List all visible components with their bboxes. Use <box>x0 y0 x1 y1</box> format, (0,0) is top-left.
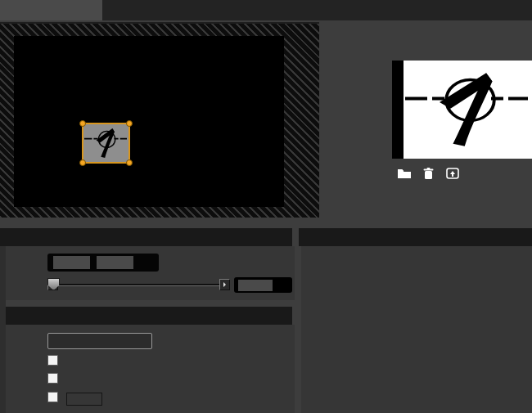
top-bar <box>0 0 532 20</box>
rotate-dropdown[interactable] <box>47 333 152 349</box>
resize-handle-top-left[interactable] <box>79 120 86 127</box>
resize-handle-bottom-left[interactable] <box>79 159 86 166</box>
adjustments-panel <box>301 246 532 413</box>
preview-canvas[interactable] <box>14 36 284 207</box>
trash-icon <box>423 168 434 179</box>
position-x-input[interactable] <box>53 256 90 269</box>
watermark-actions <box>398 165 462 182</box>
zoom-slider-track[interactable] <box>58 284 219 285</box>
editor-button[interactable] <box>446 168 462 179</box>
zoom-value-input[interactable] <box>238 280 273 291</box>
flip-horizontal-checkbox[interactable] <box>47 355 58 366</box>
flip-vertical-checkbox[interactable] <box>47 373 58 384</box>
left-edge-strip <box>0 246 6 413</box>
watermark-7-glyph <box>84 127 127 159</box>
resize-handle-bottom-right[interactable] <box>126 159 133 166</box>
tab-watermark[interactable] <box>0 0 102 20</box>
watermark-7-glyph-large <box>405 69 528 150</box>
position-size-panel <box>6 246 295 300</box>
browse-button[interactable] <box>398 168 414 179</box>
colorize-swatch[interactable] <box>66 393 102 406</box>
remove-button[interactable] <box>423 168 437 179</box>
zoom-value-box <box>234 277 292 293</box>
zoom-slider-right-arrow[interactable] <box>219 279 230 290</box>
watermark-object[interactable] <box>82 123 130 164</box>
colorize-checkbox[interactable] <box>47 392 58 402</box>
watermark-preview-image <box>392 61 532 159</box>
section-header-adjustments <box>299 228 532 246</box>
zoom-slider[interactable] <box>47 278 230 291</box>
folder-icon <box>398 168 411 179</box>
preview-black-band <box>392 61 404 159</box>
editing-tools-panel <box>6 325 295 413</box>
position-y-input[interactable] <box>97 256 133 269</box>
section-header-position-size <box>0 228 292 246</box>
position-control <box>47 254 159 272</box>
editor-icon <box>446 168 459 179</box>
section-header-editing-tools <box>0 307 292 325</box>
resize-handle-top-right[interactable] <box>126 120 133 127</box>
